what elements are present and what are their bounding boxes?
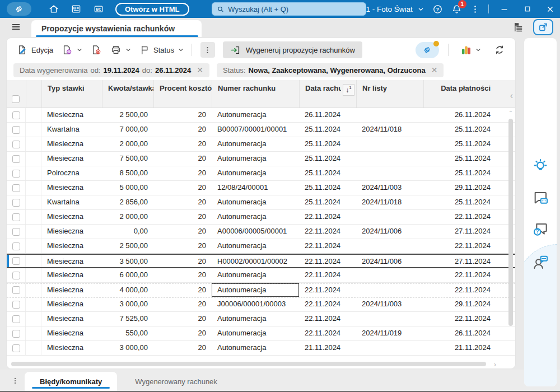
- cell-data-rachunku[interactable]: 22.11.2024: [299, 225, 356, 239]
- cell-nr-listy[interactable]: 2024/11/018: [356, 123, 423, 137]
- cell-typ-stawki[interactable]: Miesieczna: [41, 268, 102, 282]
- row-checkbox[interactable]: [12, 272, 20, 279]
- cell-nr-listy[interactable]: 2024/11/019: [356, 326, 423, 340]
- cell-nr-listy[interactable]: 2024/11/006: [356, 255, 423, 267]
- cell-data-platnosci[interactable]: 22.11.2024: [423, 283, 496, 297]
- cell-nr-listy[interactable]: 2024/11/018: [356, 195, 423, 209]
- cell-procent-kosztow[interactable]: 20: [153, 326, 212, 340]
- cell-nr-listy[interactable]: 2024/11/003: [356, 181, 423, 195]
- cell-numer-rachunku[interactable]: Autonumeracja: [212, 239, 299, 253]
- cell-kwota-stawka[interactable]: 2 500,00: [102, 239, 153, 253]
- row-checkbox[interactable]: [12, 184, 20, 192]
- chevron-down-icon[interactable]: [475, 47, 481, 53]
- minimize-button[interactable]: [497, 5, 512, 13]
- profile-switcher[interactable]: 1 - Foto Świat: [366, 5, 424, 13]
- row-checkbox[interactable]: [12, 257, 20, 265]
- cell-numer-rachunku[interactable]: J00006/00001/00003: [212, 297, 299, 311]
- horizontal-scrollbar-thumb[interactable]: [11, 362, 486, 366]
- cell-kwota-stawka[interactable]: 8 500,00: [102, 166, 153, 180]
- cell-typ-stawki[interactable]: Polroczna: [41, 166, 102, 180]
- cell-kwota-stawka[interactable]: 2 856,00: [102, 195, 153, 209]
- cell-nr-listy[interactable]: [356, 312, 423, 326]
- cell-typ-stawki[interactable]: Miesieczna: [41, 255, 102, 267]
- cell-typ-stawki[interactable]: Miesieczna: [41, 225, 102, 239]
- cell-numer-rachunku[interactable]: Autonumeracja: [212, 341, 299, 355]
- cell-procent-kosztow[interactable]: 20: [153, 268, 212, 282]
- cell-data-rachunku[interactable]: 25.11.2024: [299, 166, 356, 180]
- bottom-more-button[interactable]: [11, 377, 19, 385]
- row-checkbox[interactable]: [12, 286, 20, 294]
- cell-procent-kosztow[interactable]: 20: [153, 195, 212, 209]
- cell-numer-rachunku[interactable]: Autonumeracja: [212, 166, 299, 180]
- news-button[interactable]: [65, 3, 87, 15]
- header-kwota[interactable]: Kwota/stawka: [102, 80, 153, 108]
- header-numer-rachunku[interactable]: Numer rachunku: [212, 80, 299, 108]
- cell-numer-rachunku[interactable]: Autonumeracja: [212, 152, 299, 166]
- cell-procent-kosztow[interactable]: 20: [153, 210, 212, 224]
- cell-typ-stawki[interactable]: Miesieczna: [41, 181, 102, 195]
- cell-nr-listy[interactable]: 2024/11/003: [356, 297, 423, 311]
- cell-kwota-stawka[interactable]: 2 500,00: [102, 108, 153, 122]
- cell-numer-rachunku[interactable]: Autonumeracja: [212, 195, 299, 209]
- row-checkbox[interactable]: [12, 315, 20, 323]
- cell-kwota-stawka[interactable]: 7 500,00: [102, 152, 153, 166]
- cell-kwota-stawka[interactable]: 5 000,00: [102, 181, 153, 195]
- cell-numer-rachunku[interactable]: Autonumeracja: [212, 312, 299, 326]
- cell-procent-kosztow[interactable]: 20: [153, 137, 212, 151]
- header-data-rachunku[interactable]: Data rachunku ↓1: [299, 80, 356, 108]
- cell-typ-stawki[interactable]: Miesieczna: [41, 283, 102, 297]
- cell-data-rachunku[interactable]: 25.11.2024: [299, 137, 356, 151]
- cell-typ-stawki[interactable]: Kwartalna: [41, 123, 102, 137]
- cell-procent-kosztow[interactable]: 20: [153, 166, 212, 180]
- cell-procent-kosztow[interactable]: 20: [153, 297, 212, 311]
- cell-kwota-stawka[interactable]: 550,00: [102, 326, 153, 340]
- row-checkbox[interactable]: [12, 330, 20, 338]
- cell-data-platnosci[interactable]: 29.11.2024: [423, 181, 496, 195]
- cell-data-rachunku[interactable]: 22.11.2024: [299, 239, 356, 253]
- cell-data-platnosci[interactable]: 26.11.2024: [423, 108, 496, 122]
- header-data-platnosci[interactable]: Data płatności: [423, 80, 496, 108]
- cell-procent-kosztow[interactable]: 20: [153, 108, 212, 122]
- cell-nr-listy[interactable]: [356, 210, 423, 224]
- cell-data-rachunku[interactable]: 25.11.2024: [299, 123, 356, 137]
- row-checkbox[interactable]: [12, 301, 20, 309]
- table-row[interactable]: Miesieczna 3 000,00 20 J00006/00001/0000…: [7, 297, 515, 312]
- cell-nr-listy[interactable]: [356, 239, 423, 253]
- menu-button[interactable]: [10, 22, 22, 32]
- cell-data-rachunku[interactable]: 22.11.2024: [299, 312, 356, 326]
- table-row[interactable]: Miesieczna 3 000,00 20 Autonumeracja 21.…: [7, 341, 515, 356]
- table-row[interactable]: Polroczna 8 500,00 20 Autonumeracja 25.1…: [7, 166, 515, 181]
- vertical-scrollbar[interactable]: ⌃ ⌄: [508, 110, 514, 392]
- cell-data-rachunku[interactable]: 25.11.2024: [299, 181, 356, 195]
- cell-data-rachunku[interactable]: 21.11.2024: [299, 341, 356, 355]
- cell-kwota-stawka[interactable]: 3 500,00: [102, 255, 153, 267]
- chevron-down-icon[interactable]: [125, 47, 131, 53]
- cell-data-platnosci[interactable]: 21.11.2024: [423, 341, 496, 355]
- cell-kwota-stawka[interactable]: 2 000,00: [102, 210, 153, 224]
- row-checkbox[interactable]: [12, 126, 20, 134]
- cell-procent-kosztow[interactable]: 20: [153, 225, 212, 239]
- filter-remove-icon[interactable]: ✕: [197, 66, 203, 74]
- row-checkbox[interactable]: [12, 155, 20, 163]
- cell-numer-rachunku[interactable]: Autonumeracja: [212, 283, 299, 297]
- table-row[interactable]: Miesieczna 7 500,00 20 Autonumeracja 25.…: [7, 152, 515, 166]
- cell-data-rachunku[interactable]: 25.11.2024: [299, 195, 356, 209]
- table-row[interactable]: Miesieczna 550,00 20 Autonumeracja 22.11…: [7, 326, 515, 341]
- cell-data-platnosci[interactable]: 25.11.2024: [423, 195, 496, 209]
- cell-procent-kosztow[interactable]: 20: [153, 152, 212, 166]
- filter-status[interactable]: Status: Nowa, Zaakceptowana, Wygenerowan…: [217, 63, 444, 77]
- cell-numer-rachunku[interactable]: A00006/00005/00001: [212, 225, 299, 239]
- cell-data-platnosci[interactable]: 27.11.2024: [423, 225, 496, 239]
- row-checkbox[interactable]: [12, 111, 20, 119]
- cell-data-rachunku[interactable]: 22.11.2024: [299, 210, 356, 224]
- cell-kwota-stawka[interactable]: 7 525,00: [102, 312, 153, 326]
- cell-data-platnosci[interactable]: 26.11.2024: [423, 326, 496, 340]
- cell-data-rachunku[interactable]: 26.11.2024: [299, 108, 356, 122]
- table-row[interactable]: Miesieczna 0,00 20 A00006/00005/00001 22…: [7, 225, 515, 239]
- header-nr-listy[interactable]: Nr listy: [356, 80, 423, 108]
- contact-consultant-button[interactable]: [531, 254, 549, 272]
- cell-typ-stawki[interactable]: Kwartalna: [41, 195, 102, 209]
- vertical-scrollbar-thumb[interactable]: [508, 119, 513, 326]
- cell-procent-kosztow[interactable]: 20: [153, 255, 212, 267]
- row-checkbox[interactable]: [12, 213, 20, 221]
